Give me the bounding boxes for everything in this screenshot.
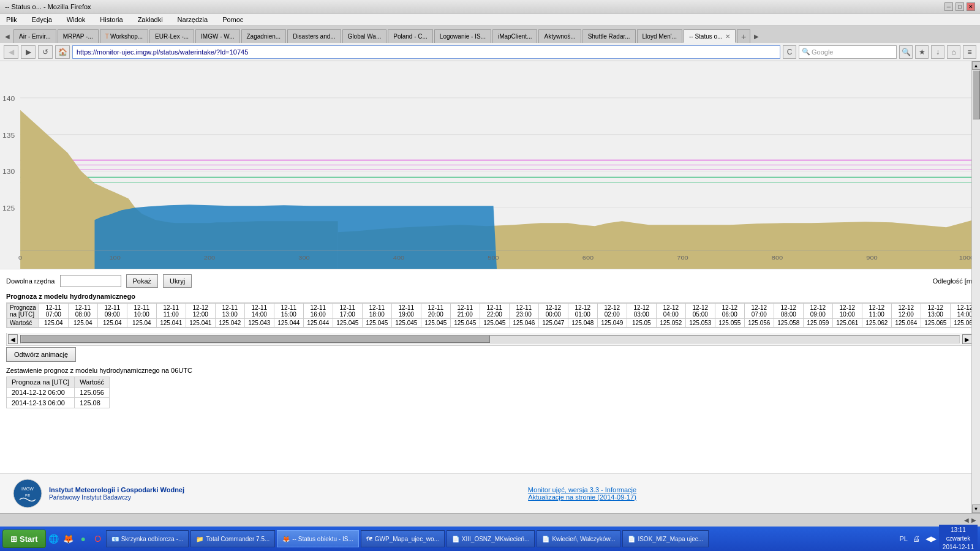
play-animation-button[interactable]: Odtwórz animację [6, 347, 76, 362]
taskbar-clock[interactable]: 13:11 czwartek 2014-12-11 [939, 525, 978, 551]
tab-13[interactable]: Lloyd Men'... [637, 29, 682, 43]
menu-icon[interactable]: ≡ [963, 45, 976, 59]
svg-text:0: 0 [18, 254, 22, 261]
scroll-thumb[interactable] [973, 70, 980, 119]
hide-button[interactable]: Ukryj [163, 274, 192, 288]
val-23: 125.055 [715, 319, 744, 328]
status-scroll-right[interactable]: ▶ [971, 517, 976, 523]
tab-12[interactable]: Shuttle Radar... [582, 29, 636, 43]
table-scroll-right[interactable]: ▶ [962, 334, 972, 344]
tab-9[interactable]: Logowanie - IS... [434, 29, 491, 43]
minimize-button[interactable]: ─ [944, 2, 953, 11]
menu-edycja[interactable]: Edycja [28, 15, 56, 24]
menu-pomoc[interactable]: Pomoc [219, 15, 247, 24]
refresh-icon[interactable]: C [783, 45, 796, 59]
svg-text:130: 130 [2, 168, 15, 175]
val-28: 125.062 [862, 319, 891, 328]
taskbar-item-0[interactable]: 📧 Skrzynka odbiorcza -... [106, 530, 189, 547]
val-29: 125.064 [891, 319, 921, 328]
table-scroll-bar[interactable] [20, 335, 960, 343]
forward-button[interactable]: ▶ [21, 45, 36, 59]
new-tab-button[interactable]: + [737, 29, 750, 43]
col-header-29: 12-1212:00 [891, 304, 921, 319]
dowolna-input[interactable] [60, 275, 121, 287]
prognoza-title: Prognoza z modelu hydrodynamicznego [6, 293, 974, 300]
tab-1[interactable]: MRPAP -... [58, 29, 99, 43]
menu-historia[interactable]: Historia [96, 15, 126, 24]
taskbar-item-1-icon: 📁 [196, 536, 203, 542]
page-scrollbar[interactable]: ▲ ▼ [971, 61, 980, 513]
taskbar-item-5[interactable]: 📄 Kwiecień, Walczyków... [537, 530, 620, 547]
taskbar-item-6-label: ISOK_MIZ_Mapa ujec... [638, 536, 703, 542]
tab-scroll-right[interactable]: ▶ [752, 29, 761, 43]
status-scroll-left[interactable]: ◀ [964, 517, 969, 523]
taskbar-item-2[interactable]: 🦊 -- Status obiektu - IS... [277, 530, 358, 547]
close-button[interactable]: ✕ [967, 2, 975, 11]
menu-zakladki[interactable]: Zakładki [134, 15, 167, 24]
taskbar-item-1-label: Total Commander 7.5... [206, 536, 270, 542]
col-header-1: 12-1108:00 [68, 304, 97, 319]
menu-narzedzia[interactable]: Narzędzia [174, 15, 212, 24]
taskbar-item-3[interactable]: 🗺 GWP_Mapa_ujec_wo... [361, 530, 445, 547]
search-icon[interactable]: 🔍 [899, 45, 913, 59]
maximize-button[interactable]: □ [956, 2, 964, 11]
printer-tray-icon[interactable]: 🖨 [910, 533, 922, 545]
tab-14[interactable]: -- Status o... ✕ [684, 29, 736, 43]
clock-date: 2014-12-11 [943, 543, 974, 551]
val-10: 125.045 [333, 319, 362, 328]
val-24: 125.056 [744, 319, 774, 328]
scroll-down-button[interactable]: ▼ [972, 504, 981, 513]
address-bar[interactable]: https://monitor-ujec.imgw.pl/status/wate… [72, 45, 780, 59]
system-tray: PL 🖨 ◀▶ [899, 533, 937, 545]
bookmark-icon[interactable]: ★ [915, 45, 929, 59]
tab-8[interactable]: Poland - C... [388, 29, 433, 43]
start-button[interactable]: ⊞ Start [2, 530, 46, 548]
footer-link2[interactable]: Aktualizacje na stronie (2014-09-17) [197, 493, 968, 501]
taskbar-item-1[interactable]: 📁 Total Commander 7.5... [190, 530, 275, 547]
col-header-14: 12-1121:00 [450, 304, 480, 319]
quick-launch: 🌐 🦊 ● O [48, 533, 104, 545]
tab-4[interactable]: IMGW - W... [195, 29, 239, 43]
val-20: 125.05 [627, 319, 656, 328]
scroll-track[interactable] [972, 70, 981, 504]
show-button[interactable]: Pokaż [126, 274, 159, 288]
menu-widok[interactable]: Widok [63, 15, 89, 24]
menu-plik[interactable]: Plik [2, 15, 21, 24]
home-button[interactable]: 🏠 [55, 45, 70, 59]
val-27: 125.061 [832, 319, 862, 328]
tab-7[interactable]: Global Wa... [342, 29, 387, 43]
download-icon[interactable]: ↓ [931, 45, 944, 59]
table-scroll-left[interactable]: ◀ [8, 334, 18, 344]
val-7: 125.043 [244, 319, 274, 328]
refresh-button[interactable]: ↺ [38, 45, 53, 59]
ie-icon[interactable]: 🌐 [48, 533, 60, 545]
prognoza-wrapper[interactable]: Prognozana [UTC] 12-1107:00 12-1108:00 1… [6, 302, 974, 328]
scroll-up-button[interactable]: ▲ [972, 61, 981, 70]
opera-icon[interactable]: O [92, 533, 104, 545]
tab-scroll-left[interactable]: ◀ [2, 29, 12, 43]
chrome-icon[interactable]: ● [77, 533, 89, 545]
col-header-2: 12-1109:00 [97, 304, 127, 319]
tab-10[interactable]: iMapClient... [492, 29, 538, 43]
home-nav-icon[interactable]: ⌂ [947, 45, 960, 59]
taskbar-item-0-label: Skrzynka odbiorcza -... [121, 536, 184, 542]
tab-11[interactable]: Aktywnoś... [538, 29, 581, 43]
val-18: 125.048 [568, 319, 597, 328]
firefox-icon[interactable]: 🦊 [62, 533, 75, 545]
svg-text:200: 200 [204, 254, 216, 261]
browser-window: -- Status o... - Mozilla Firefox ─ □ ✕ P… [0, 0, 980, 551]
tab-5[interactable]: Zagadnien... [241, 29, 287, 43]
taskbar-item-6[interactable]: 📄 ISOK_MIZ_Mapa ujec... [622, 530, 709, 547]
clock-time: 13:11 [943, 526, 974, 534]
taskbar-item-2-label: -- Status obiektu - IS... [292, 536, 353, 542]
taskbar-item-4[interactable]: 📄 XIII_OSNZ_MKwiecień... [447, 530, 535, 547]
search-bar[interactable]: 🔍 Google [799, 45, 897, 59]
back-button[interactable]: ◀ [4, 45, 18, 59]
table-scroll-thumb[interactable] [21, 335, 490, 343]
tab-0[interactable]: Air - Envir... [13, 29, 56, 43]
speaker-tray-icon[interactable]: ◀▶ [925, 533, 937, 545]
tab-3[interactable]: EUR-Lex -... [149, 29, 194, 43]
footer-link1[interactable]: Monitor ujęć, wersja 3.3 - Informacje [197, 486, 968, 493]
tab-2[interactable]: T Workshop... [100, 29, 148, 43]
tab-6[interactable]: Disasters and... [287, 29, 341, 43]
